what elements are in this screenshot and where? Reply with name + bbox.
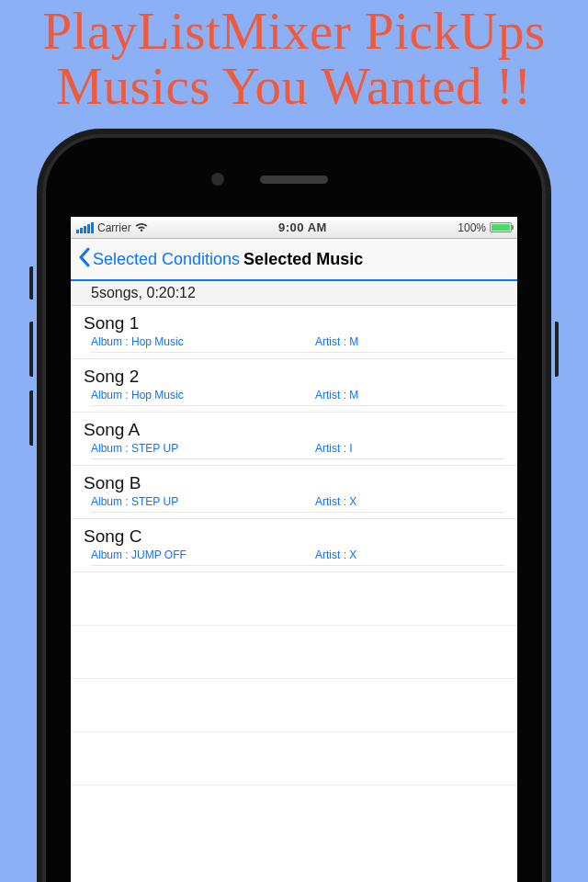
volume-down-button	[29, 390, 33, 446]
song-album: Album : Hop Music	[91, 335, 315, 348]
empty-row	[71, 732, 517, 786]
list-item[interactable]: Song 1Album : Hop MusicArtist : M	[71, 306, 517, 359]
empty-row	[71, 626, 517, 679]
list-item[interactable]: Song AAlbum : STEP UPArtist : I	[71, 413, 517, 466]
power-button	[555, 322, 559, 377]
summary-bar: 5songs, 0:20:12	[71, 281, 517, 306]
battery-icon	[490, 222, 512, 232]
song-artist: Artist : M	[315, 335, 504, 348]
list-item[interactable]: Song 2Album : Hop MusicArtist : M	[71, 359, 517, 413]
ear-speaker	[260, 175, 328, 184]
back-button[interactable]: Selected Conditions	[78, 247, 240, 272]
song-album: Album : JUMP OFF	[91, 548, 315, 561]
list-item[interactable]: Song BAlbum : STEP UPArtist : X	[71, 466, 517, 519]
promo-line2: Musics You Wanted !!	[56, 57, 531, 115]
song-artist: Artist : I	[315, 442, 504, 455]
song-title: Song 2	[84, 367, 504, 387]
clock: 9:00 AM	[278, 220, 327, 234]
song-album: Album : STEP UP	[91, 495, 315, 508]
empty-row	[71, 572, 517, 626]
nav-header: Selected Conditions Selected Music	[71, 239, 517, 281]
song-album: Album : STEP UP	[91, 442, 315, 455]
front-camera	[211, 173, 224, 186]
screen: Carrier 9:00 AM 100% Selected Conditions	[71, 217, 517, 882]
wifi-icon	[135, 222, 148, 233]
song-artist: Artist : M	[315, 389, 504, 401]
signal-icon	[76, 222, 94, 233]
battery-percent: 100%	[458, 221, 486, 234]
page-title: Selected Music	[243, 250, 363, 268]
mute-switch	[29, 266, 33, 300]
back-label: Selected Conditions	[93, 250, 240, 269]
phone-frame: Carrier 9:00 AM 100% Selected Conditions	[37, 129, 551, 882]
chevron-left-icon	[78, 247, 91, 272]
song-artist: Artist : X	[315, 495, 504, 508]
promo-line1: PlayListMixer PickUps	[42, 2, 545, 60]
song-title: Song B	[84, 473, 504, 493]
song-album: Album : Hop Music	[91, 389, 315, 401]
song-title: Song A	[84, 420, 504, 440]
empty-row	[71, 679, 517, 732]
carrier-label: Carrier	[97, 221, 131, 234]
song-list[interactable]: Song 1Album : Hop MusicArtist : MSong 2A…	[71, 306, 517, 786]
song-title: Song 1	[84, 313, 504, 334]
song-artist: Artist : X	[315, 548, 504, 561]
promo-headline: PlayListMixer PickUps Musics You Wanted …	[0, 0, 588, 114]
list-item[interactable]: Song CAlbum : JUMP OFFArtist : X	[71, 519, 517, 572]
song-title: Song C	[84, 526, 504, 547]
volume-up-button	[29, 322, 33, 377]
status-bar: Carrier 9:00 AM 100%	[71, 217, 517, 239]
